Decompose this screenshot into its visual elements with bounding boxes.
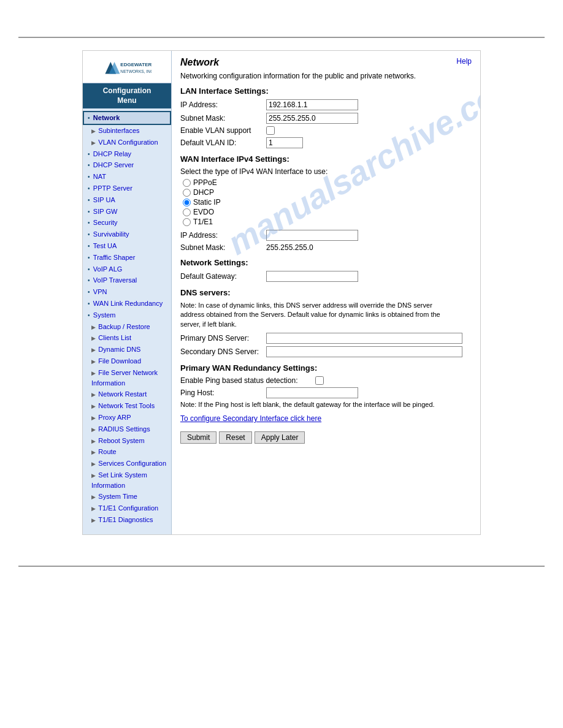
dhcp-server-link[interactable]: DHCP Server	[93, 161, 134, 169]
svg-text:NETWORKS, INC.: NETWORKS, INC.	[120, 69, 151, 74]
sip-gw-link[interactable]: SIP GW	[93, 208, 118, 215]
sidebar-item-t1e1-diagnostics[interactable]: ▶ T1/E1 Diagnostics	[83, 514, 171, 526]
default-gateway-input[interactable]	[266, 271, 358, 282]
arrow-icon: ▶	[91, 506, 96, 512]
reboot-system-link[interactable]: Reboot System	[98, 437, 144, 444]
help-link[interactable]: Help	[456, 57, 472, 66]
voip-alg-link[interactable]: VoIP ALG	[93, 265, 123, 273]
secondary-dns-input[interactable]	[266, 346, 462, 357]
lan-ip-input[interactable]	[266, 99, 358, 110]
sidebar-item-route[interactable]: ▶ Route	[83, 446, 171, 458]
sidebar-item-survivability[interactable]: • Survivability	[83, 229, 171, 240]
network-restart-link[interactable]: Network Restart	[98, 390, 147, 398]
sidebar-item-backup-restore[interactable]: ▶ Backup / Restore	[83, 321, 171, 333]
sidebar-item-traffic-shaper[interactable]: • Traffic Shaper	[83, 252, 171, 264]
sidebar-item-system-time[interactable]: ▶ System Time	[83, 491, 171, 502]
test-ua-link[interactable]: Test UA	[93, 242, 117, 249]
sidebar-item-network-restart[interactable]: ▶ Network Restart	[83, 389, 171, 400]
sidebar-item-reboot-system[interactable]: ▶ Reboot System	[83, 435, 171, 447]
wan-ip-input[interactable]	[266, 230, 358, 241]
radius-settings-link[interactable]: RADIUS Settings	[98, 425, 150, 433]
sidebar-item-network[interactable]: • Network	[83, 111, 171, 125]
vlan-config-link[interactable]: VLAN Configuration	[98, 138, 158, 146]
bullet-icon: •	[88, 197, 90, 203]
sidebar-item-dhcp-relay[interactable]: • DHCP Relay	[83, 148, 171, 160]
sidebar-item-t1e1-config[interactable]: ▶ T1/E1 Configuration	[83, 502, 171, 514]
dhcp-relay-link[interactable]: DHCP Relay	[93, 150, 131, 157]
sidebar-item-services-config[interactable]: ▶ Services Configuration	[83, 458, 171, 469]
wan-pppoe-radio[interactable]	[183, 179, 191, 187]
sidebar-item-test-ua[interactable]: • Test UA	[83, 240, 171, 252]
sidebar-item-voip-traversal[interactable]: • VoIP Traversal	[83, 275, 171, 286]
sip-ua-link[interactable]: SIP UA	[93, 196, 115, 203]
wan-dhcp-radio[interactable]	[183, 189, 191, 197]
sidebar-item-nat[interactable]: • NAT	[83, 171, 171, 183]
pptp-server-link[interactable]: PPTP Server	[93, 184, 132, 192]
clients-list-link[interactable]: Clients List	[98, 334, 131, 341]
security-link[interactable]: Security	[93, 219, 118, 226]
arrow-icon: ▶	[91, 438, 96, 444]
wan-link-redundancy-link[interactable]: WAN Link Redundancy	[93, 300, 163, 307]
sidebar-item-sip-gw[interactable]: • SIP GW	[83, 206, 171, 218]
network-link[interactable]: Network	[93, 114, 120, 121]
sidebar-item-pptp-server[interactable]: • PPTP Server	[83, 183, 171, 194]
sidebar-item-dynamic-dns[interactable]: ▶ Dynamic DNS	[83, 344, 171, 355]
lan-vlan-id-input[interactable]	[266, 137, 303, 148]
sidebar-item-set-link[interactable]: ▶ Set Link System Information	[83, 469, 171, 491]
sidebar-item-vlan-config[interactable]: ▶ VLAN Configuration	[83, 137, 171, 148]
wan-t1e1-radio[interactable]	[183, 218, 191, 226]
bullet-icon: •	[88, 162, 90, 169]
arrow-icon: ▶	[91, 449, 96, 455]
bullet-icon: •	[88, 219, 90, 226]
sidebar-item-subinterfaces[interactable]: ▶ Subinterfaces	[83, 125, 171, 137]
file-server-link[interactable]: File Server Network Information	[91, 369, 158, 387]
survivability-link[interactable]: Survivability	[93, 230, 129, 238]
system-time-link[interactable]: System Time	[98, 493, 137, 500]
primary-dns-input[interactable]	[266, 333, 462, 344]
secondary-interface-link[interactable]: To configure Secondary Interface click h…	[180, 414, 321, 423]
nat-link[interactable]: NAT	[93, 173, 106, 180]
bullet-icon: •	[88, 289, 90, 295]
arrow-icon: ▶	[91, 517, 96, 523]
vpn-link[interactable]: VPN	[93, 288, 107, 295]
bullet-icon: •	[88, 300, 90, 307]
ping-host-input[interactable]	[266, 387, 358, 398]
ping-detection-checkbox[interactable]	[315, 376, 324, 385]
sidebar-item-file-download[interactable]: ▶ File Download	[83, 355, 171, 367]
submit-button[interactable]: Submit	[180, 431, 216, 444]
network-test-tools-link[interactable]: Network Test Tools	[98, 402, 155, 409]
sidebar-item-file-server[interactable]: ▶ File Server Network Information	[83, 367, 171, 389]
wan-evdo-radio[interactable]	[183, 208, 191, 216]
t1e1-diagnostics-link[interactable]: T1/E1 Diagnostics	[98, 516, 153, 523]
sidebar-item-clients-list[interactable]: ▶ Clients List	[83, 332, 171, 344]
voip-traversal-link[interactable]: VoIP Traversal	[93, 276, 137, 284]
backup-restore-link[interactable]: Backup / Restore	[98, 323, 150, 330]
lan-subnet-input[interactable]	[266, 113, 358, 124]
set-link-link[interactable]: Set Link System Information	[91, 471, 147, 489]
route-link[interactable]: Route	[98, 448, 116, 455]
sidebar-item-security[interactable]: • Security	[83, 217, 171, 229]
sidebar-item-sip-ua[interactable]: • SIP UA	[83, 194, 171, 206]
t1e1-config-link[interactable]: T1/E1 Configuration	[98, 504, 158, 512]
system-link[interactable]: System	[93, 311, 116, 319]
subinterfaces-link[interactable]: Subinterfaces	[98, 127, 139, 134]
reset-button[interactable]: Reset	[219, 431, 251, 444]
apply-later-button[interactable]: Apply Later	[255, 431, 305, 444]
sidebar-item-proxy-arp[interactable]: ▶ Proxy ARP	[83, 412, 171, 423]
sidebar-item-wan-link-redundancy[interactable]: • WAN Link Redundancy	[83, 298, 171, 309]
sidebar-item-network-test-tools[interactable]: ▶ Network Test Tools	[83, 400, 171, 412]
sidebar-item-voip-alg[interactable]: • VoIP ALG	[83, 264, 171, 275]
traffic-shaper-link[interactable]: Traffic Shaper	[93, 254, 135, 261]
dynamic-dns-link[interactable]: Dynamic DNS	[98, 346, 140, 353]
wan-evdo-label: EVDO	[193, 208, 214, 216]
proxy-arp-link[interactable]: Proxy ARP	[98, 414, 131, 421]
lan-vlan-checkbox[interactable]	[266, 126, 275, 135]
sidebar-item-dhcp-server[interactable]: • DHCP Server	[83, 159, 171, 171]
arrow-icon: ▶	[91, 427, 96, 433]
wan-static-ip-radio[interactable]	[183, 199, 191, 207]
sidebar-item-vpn[interactable]: • VPN	[83, 286, 171, 298]
services-config-link[interactable]: Services Configuration	[98, 460, 166, 467]
sidebar-item-system[interactable]: • System	[83, 309, 171, 321]
sidebar-item-radius-settings[interactable]: ▶ RADIUS Settings	[83, 423, 171, 435]
file-download-link[interactable]: File Download	[98, 357, 141, 365]
